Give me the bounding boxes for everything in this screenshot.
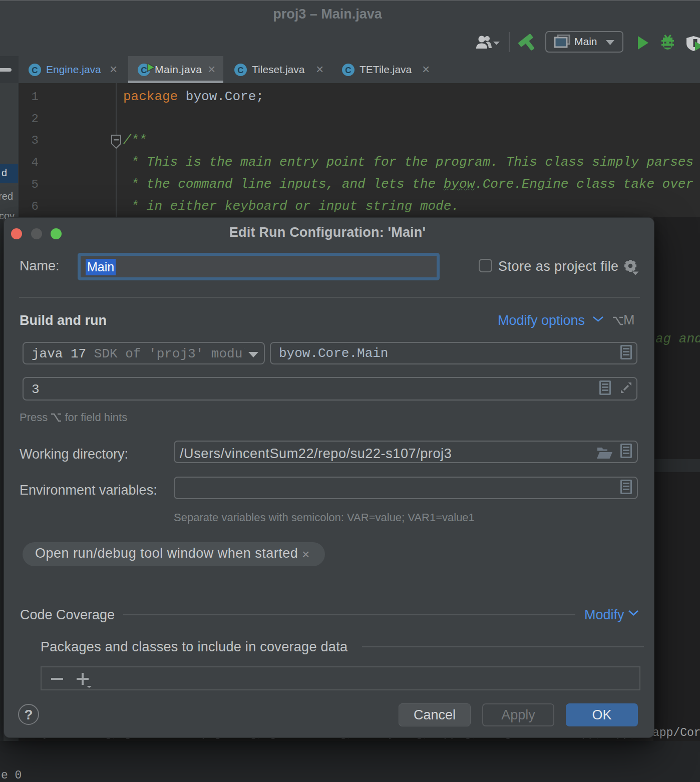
svg-text:C: C [237,66,243,75]
svg-text:C: C [141,66,147,75]
svg-text:C: C [32,66,38,75]
svg-text:C: C [345,66,351,75]
